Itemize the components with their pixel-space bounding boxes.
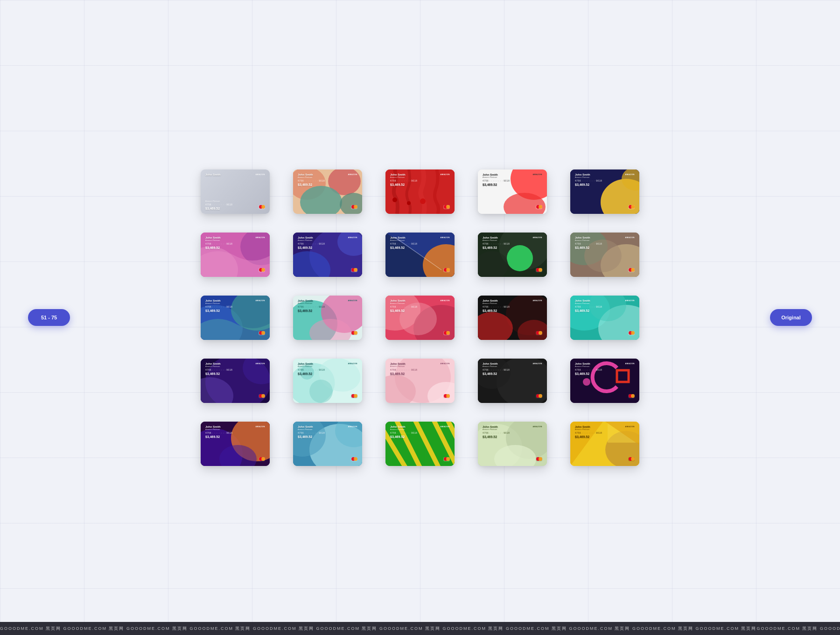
card-13[interactable]: John Smith amazon Amazon Platinum 4756 ·…	[385, 296, 455, 340]
card-22[interactable]: John Smith amazon Amazon Platinum 4756 ·…	[293, 422, 362, 466]
card-10-amount: $3,469.52	[575, 246, 635, 249]
card-1-number: 4756 · · · · · · · · 9018	[205, 203, 265, 206]
card-18-amount: $3,469.52	[390, 372, 450, 375]
card-6-amount: $3,469.52	[205, 246, 265, 249]
card-20[interactable]: John Smith amazon Amazon Platinum 4756 ·…	[570, 359, 639, 403]
card-19[interactable]: John Smith amazon Amazon Platinum 4756 ·…	[478, 359, 547, 403]
card-1-label: Amazon Platinum	[205, 200, 265, 202]
watermark-text: GOOODME.COM 黑页网 GOOODME.COM 黑页网 GOOODME.…	[0, 626, 757, 632]
card-3-amount: $3,469.52	[390, 183, 450, 186]
card-15-amount: $3,469.52	[575, 309, 635, 312]
card-16-amount: $3,469.52	[205, 372, 265, 375]
card-24-amount: $3,469.52	[483, 435, 542, 438]
card-21[interactable]: John Smith amazon Amazon Platinum 4756 ·…	[201, 422, 270, 466]
card-14-amount: $3,469.52	[483, 309, 542, 312]
cards-grid: John Smith amazon Amazon Platinum 4756 ·…	[201, 151, 639, 485]
card-5-amount: $3,469.52	[575, 183, 635, 186]
svg-point-6	[407, 201, 411, 205]
card-7[interactable]: John Smith amazon Amazon Platinum 4756 ·…	[293, 233, 362, 277]
nav-prev-label: 51 - 75	[41, 315, 57, 320]
svg-point-70	[583, 378, 590, 386]
card-2-amount: $3,469.52	[298, 183, 357, 186]
card-11[interactable]: John Smith amazon Amazon Platinum 4756 ·…	[201, 296, 270, 340]
card-20-amount: $3,469.52	[575, 372, 635, 375]
card-4[interactable]: John Smith amazon Amazon Platinum 4756 ·…	[478, 169, 547, 214]
card-7-amount: $3,469.52	[298, 246, 357, 249]
card-1-name: John Smith	[205, 173, 221, 176]
card-21-amount: $3,469.52	[205, 435, 265, 438]
cards-row-3: John Smith amazon Amazon Platinum 4756 ·…	[201, 296, 639, 340]
card-23[interactable]: John Smith amazon Amazon Platinum 4756 ·…	[385, 422, 455, 466]
card-25-amount: $3,469.52	[575, 435, 635, 438]
watermark-bar: GOOODME.COM 黑页网 GOOODME.COM 黑页网 GOOODME.…	[0, 622, 840, 635]
card-4-amount: $3,469.52	[483, 183, 542, 186]
card-24[interactable]: John Smith amazon Amazon Platinum 4756 ·…	[478, 422, 547, 466]
card-2[interactable]: John Smith amazon Amazon Platinum 4756 ·…	[293, 169, 362, 214]
card-12-amount: $3,469.52	[298, 309, 357, 312]
card-1-amount: $3,469.52	[205, 207, 265, 210]
card-9[interactable]: John Smith amazon Amazon Platinum 4756 ·…	[478, 233, 547, 277]
card-25[interactable]: John Smith amazon Amazon Platinum 4756 ·…	[570, 422, 639, 466]
card-19-amount: $3,469.52	[483, 372, 542, 375]
card-6[interactable]: John Smith amazon Amazon Platinum 4756 ·…	[201, 233, 270, 277]
card-13-amount: $3,469.52	[390, 309, 450, 312]
card-5[interactable]: John Smith amazon Amazon Platinum 4756 ·…	[570, 169, 639, 214]
card-18[interactable]: John Smith amazon Amazon Platinum 4756 ·…	[385, 359, 455, 403]
card-17[interactable]: John Smith amazon Amazon Platinum 4756 ·…	[293, 359, 362, 403]
card-15[interactable]: John Smith amazon Amazon Platinum 4756 ·…	[570, 296, 639, 340]
card-3[interactable]: John Smith amazon Amazon Platinum 4756 ·…	[385, 169, 455, 214]
card-1[interactable]: John Smith amazon Amazon Platinum 4756 ·…	[201, 169, 270, 214]
nav-next-label: Original	[781, 315, 801, 320]
svg-point-7	[420, 198, 426, 204]
card-1-logo: amazon	[255, 173, 265, 176]
cards-row-5: John Smith amazon Amazon Platinum 4756 ·…	[201, 422, 639, 466]
watermark-text-2: GOOODME.COM 黑页网 GOOODME.COM 黑页网 GOOODME.…	[757, 626, 840, 632]
card-10[interactable]: John Smith amazon Amazon Platinum 4756 ·…	[570, 233, 639, 277]
main-container: 51 - 75 Original John Smith amazon Amazo…	[0, 0, 840, 635]
card-16[interactable]: John Smith amazon Amazon Platinum 4756 ·…	[201, 359, 270, 403]
card-11-amount: $3,469.52	[205, 309, 265, 312]
card-22-amount: $3,469.52	[298, 435, 357, 438]
nav-next-button[interactable]: Original	[770, 309, 812, 326]
cards-row-4: John Smith amazon Amazon Platinum 4756 ·…	[201, 359, 639, 403]
card-17-amount: $3,469.52	[298, 372, 357, 375]
card-23-amount: $3,469.52	[390, 435, 450, 438]
cards-row-1: John Smith amazon Amazon Platinum 4756 ·…	[201, 169, 639, 214]
card-14[interactable]: John Smith amazon Amazon Platinum 4756 ·…	[478, 296, 547, 340]
card-12[interactable]: John Smith amazon Amazon Platinum 4756 ·…	[293, 296, 362, 340]
svg-point-59	[309, 380, 333, 403]
card-9-amount: $3,469.52	[483, 246, 542, 249]
svg-point-3	[340, 193, 362, 214]
nav-prev-button[interactable]: 51 - 75	[28, 309, 70, 326]
card-8[interactable]: John Smith amazon Amazon Platinum 4756 ·…	[385, 233, 455, 277]
svg-point-5	[392, 198, 397, 202]
cards-row-2: John Smith amazon Amazon Platinum 4756 ·…	[201, 233, 639, 277]
card-8-amount: $3,469.52	[390, 246, 450, 249]
